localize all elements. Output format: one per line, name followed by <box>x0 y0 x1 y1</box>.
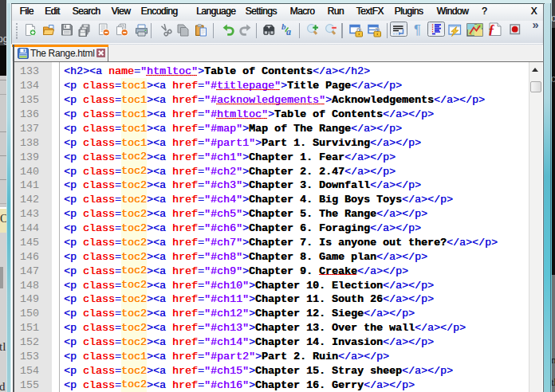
svg-text:ƒ: ƒ <box>488 22 495 37</box>
svg-text:¶: ¶ <box>414 24 421 37</box>
svg-text:a: a <box>286 26 291 36</box>
